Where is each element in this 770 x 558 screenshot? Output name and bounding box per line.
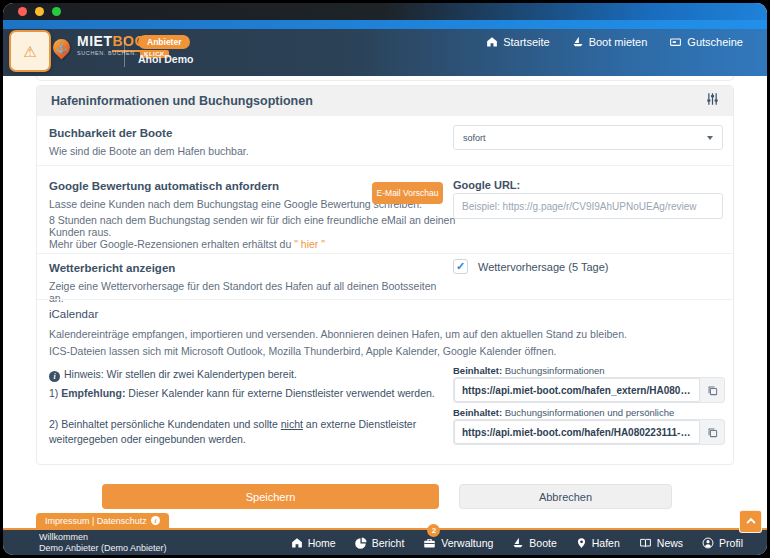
sailboat-icon — [572, 36, 584, 48]
footer-nav-boote[interactable]: Boote — [512, 537, 556, 549]
nav-item-startseite[interactable]: Startseite — [486, 36, 549, 48]
nav-item-gutscheine[interactable]: Gutscheine — [669, 36, 743, 48]
google-url-input[interactable] — [453, 193, 723, 219]
brand-tagline: SUCHEN. BUCHEN. — [77, 51, 137, 57]
icalendar-hint2: 2) Beinhaltet persönliche Kundendaten un… — [49, 417, 441, 447]
save-button[interactable]: Speichern — [102, 484, 439, 509]
cancel-button[interactable]: Abbrechen — [459, 484, 672, 509]
google-review-line2: 8 Stunden nach dem Buchungstag senden wi… — [49, 214, 469, 238]
minimize-window-button[interactable] — [35, 7, 44, 16]
footer-welcome: Willkommen — [39, 532, 167, 543]
icalendar-title: iCalendar — [49, 308, 98, 320]
email-preview-button[interactable]: E-Mail Vorschau — [372, 182, 443, 204]
anchor-pin-icon: ⚓ — [49, 35, 73, 59]
icalendar-line2: ICS-Dateien lassen sich mit Microsoft Ou… — [49, 345, 709, 357]
hier-link[interactable]: " hier " — [294, 238, 325, 250]
info-icon: i — [151, 516, 160, 525]
provider-name: Ahoi Demo — [138, 53, 193, 65]
icalendar-line1: Kalendereinträge empfangen, importieren … — [49, 328, 709, 340]
header-divider — [124, 37, 125, 67]
briefcase-icon — [423, 537, 436, 549]
bookability-select[interactable]: sofort — [453, 125, 723, 150]
header-nav: Startseite Boot mieten Gutscheine — [486, 36, 743, 48]
weather-checkbox-label: Wettervorhersage (5 Tage) — [478, 261, 608, 273]
scroll-to-top-button[interactable] — [739, 510, 762, 533]
footer-nav-news[interactable]: News — [639, 537, 683, 549]
notification-badge: 2 — [427, 524, 440, 537]
section-title: Hafeninformationen und Buchungsoptionen — [51, 94, 313, 108]
weather-checkbox[interactable]: ✓ — [453, 259, 468, 274]
warning-fab-button[interactable]: ⚠ — [9, 30, 51, 72]
footer-nav-verwaltung[interactable]: 2 Verwaltung — [423, 537, 493, 549]
weather-title: Wetterbericht anzeigen — [49, 262, 175, 274]
chevron-down-icon — [707, 136, 713, 140]
footer-nav: Home Bericht 2 Verwaltung Boote Hafen — [291, 537, 743, 549]
app-window: ⚓ MIETBOOT SUCHEN. BUCHEN. KLICK Anbiete… — [3, 3, 767, 555]
cal2-url-input[interactable] — [454, 420, 700, 444]
profile-icon — [702, 537, 714, 549]
weather-description: Zeige eine Wettervorhersage für den Stan… — [49, 280, 439, 304]
google-url-label: Google URL: — [453, 179, 520, 191]
icalendar-hint-title: iHinweis: Wir stellen dir zwei Kalendert… — [49, 368, 297, 382]
cal2-url-group — [453, 419, 725, 445]
warning-triangle-icon: ⚠ — [23, 44, 36, 59]
bookability-title: Buchbarkeit der Boote — [49, 127, 172, 139]
legal-links[interactable]: Impressum | Datenschutz i — [36, 513, 169, 528]
sailboat-icon — [512, 537, 524, 549]
chevron-up-icon — [745, 513, 757, 531]
google-review-more: Mehr über Google-Rezensionen erhalten er… — [49, 238, 325, 250]
titlebar — [3, 3, 767, 20]
cal1-url-group — [453, 377, 725, 403]
footer-nav-home[interactable]: Home — [291, 537, 336, 549]
footer-nav-profil[interactable]: Profil — [702, 537, 743, 549]
header-accent-strip — [3, 20, 767, 29]
maximize-window-button[interactable] — [52, 7, 61, 16]
footer-nav-bericht[interactable]: Bericht — [355, 537, 405, 549]
voucher-icon — [669, 36, 682, 48]
page-content: Hafeninformationen und Buchungsoptionen … — [3, 76, 767, 528]
footer-account: Demo Anbieter (Demo Anbieter) — [39, 543, 167, 554]
settings-card: Hafeninformationen und Buchungsoptionen … — [36, 85, 734, 465]
footer-nav-hafen[interactable]: Hafen — [576, 537, 620, 549]
google-review-title: Google Bewertung automatisch anfordern — [49, 180, 279, 192]
footer-bar: Willkommen Demo Anbieter (Demo Anbieter)… — [3, 528, 767, 555]
home-icon — [291, 537, 303, 549]
bookability-description: Wie sind die Boote an dem Hafen buchbar. — [49, 145, 249, 157]
pie-chart-icon — [355, 537, 367, 549]
filter-sliders-icon[interactable] — [706, 92, 719, 110]
map-pin-icon — [576, 537, 587, 549]
close-window-button[interactable] — [18, 7, 27, 16]
cal1-label: Beinhaltet: Buchungsinformationen — [453, 365, 605, 376]
nav-item-boot-mieten[interactable]: Boot mieten — [572, 36, 648, 48]
copy-icon[interactable] — [700, 420, 724, 444]
news-icon — [639, 537, 652, 549]
provider-role-badge: Anbieter — [138, 35, 190, 49]
app-header: ⚓ MIETBOOT SUCHEN. BUCHEN. KLICK Anbiete… — [3, 29, 767, 76]
previous-card-remnant — [36, 76, 734, 81]
home-icon — [486, 36, 498, 48]
cal1-url-input[interactable] — [454, 378, 700, 402]
icalendar-hint1: 1) Empfehlung: Dieser Kalender kann für … — [49, 387, 441, 399]
check-icon: ✓ — [456, 260, 465, 273]
info-icon: i — [49, 371, 60, 382]
copy-icon[interactable] — [700, 378, 724, 402]
